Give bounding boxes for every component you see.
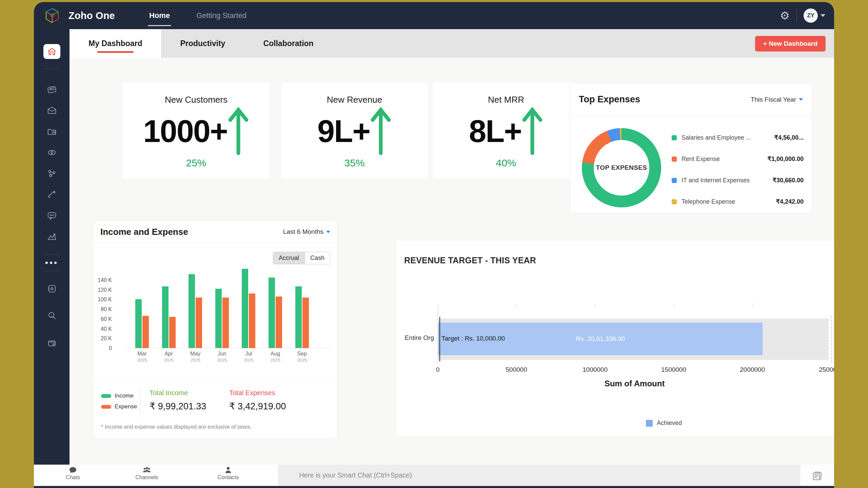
nav-home[interactable]: Home — [149, 11, 170, 20]
top-expenses-legend: Salaries and Employee ... ₹4,56,00... Re… — [672, 133, 804, 218]
x-tick: 2000000 — [740, 366, 765, 373]
tab-my-dashboard[interactable]: My Dashboard — [70, 29, 161, 58]
mail-icon — [47, 105, 57, 116]
legend-swatch — [672, 199, 677, 204]
contacts-tab[interactable]: Contacts — [208, 467, 249, 481]
axis-tick — [595, 303, 595, 308]
up-arrow-icon — [228, 106, 249, 157]
income-bar — [242, 269, 248, 348]
sidebar-item-home[interactable] — [43, 44, 60, 59]
fiscal-year-label: This Fiscal Year — [751, 96, 796, 103]
sidebar-item-billing[interactable] — [47, 84, 57, 95]
y-tick: 120 K — [98, 287, 112, 293]
y-tick: 40 K — [101, 326, 112, 332]
expense-bar — [142, 316, 149, 348]
top-expenses-legend-row: Rent Expense ₹1,00,000.00 — [672, 154, 804, 164]
y-tick: 140 K — [98, 277, 112, 283]
target-label: Target : Rs. 10,000.00 — [441, 335, 505, 342]
smart-chat-input[interactable]: Here is your Smart Chat (Ctrl+Space) — [278, 465, 800, 486]
top-expenses-card: Top Expenses This Fiscal Year TOP EXPENS… — [570, 83, 812, 214]
revenue-target-category: Entire Org — [400, 334, 434, 342]
network-icon — [47, 168, 57, 179]
fiscal-year-dropdown[interactable]: This Fiscal Year — [751, 96, 803, 103]
total-expenses: Total Expenses ₹ 3,42,919.00 — [229, 389, 286, 412]
legend-expense: Expense — [101, 403, 137, 410]
achieved-swatch — [646, 420, 653, 427]
smart-chat-bar: Chats Channels Contacts Here is your Sma… — [34, 465, 834, 486]
income-bar — [162, 286, 169, 348]
month-label: Jul2025 — [244, 351, 254, 363]
tab-productivity-label: Productivity — [180, 39, 225, 48]
wallet-icon — [47, 338, 57, 348]
sidebar: ••• — [34, 29, 70, 465]
clipboard-icon — [811, 470, 823, 481]
income-bar — [135, 299, 142, 348]
home-icon — [47, 47, 57, 56]
zoho-one-logo-icon[interactable] — [44, 7, 60, 24]
bar-group — [269, 278, 282, 348]
accrual-cash-toggle: Accrual Cash — [273, 252, 330, 264]
month-label: Aug2025 — [271, 351, 280, 363]
avatar[interactable]: ZY — [804, 8, 818, 23]
expense-bar — [302, 298, 309, 348]
y-tick: 0 — [109, 345, 112, 351]
kpi-card-net-mrr: Net MRR 8L+ 40% — [432, 81, 580, 180]
app-title: Zoho One — [68, 10, 115, 21]
chevron-down-icon — [326, 231, 330, 233]
x-tick: 500000 — [506, 366, 527, 373]
tab-collaboration[interactable]: Collaboration — [244, 29, 332, 58]
channels-tab[interactable]: Channels — [126, 467, 167, 481]
income-swatch — [101, 394, 111, 398]
sidebar-item-reports[interactable] — [47, 126, 57, 137]
sidebar-more-button[interactable]: ••• — [45, 261, 58, 264]
workflow-icon — [47, 189, 57, 200]
sidebar-item-chat[interactable] — [47, 210, 57, 221]
income-bar — [189, 274, 195, 348]
top-bar: Zoho One Home Getting Started ⚙ ZY — [34, 2, 834, 29]
month-label: Sep2025 — [297, 351, 307, 363]
income-bar — [215, 289, 222, 348]
sidebar-item-search[interactable] — [47, 311, 57, 321]
sidebar-item-network[interactable] — [47, 168, 57, 179]
revenue-target-plot: Rs. 20,61,336.00 — [438, 303, 831, 363]
donut-center: TOP EXPENSES — [594, 140, 649, 196]
window-bottom-strip — [34, 486, 834, 488]
toggle-cash[interactable]: Cash — [305, 252, 330, 264]
income-expense-plot — [124, 266, 331, 348]
sidebar-item-links[interactable] — [47, 147, 57, 158]
y-tick: 80 K — [101, 306, 112, 312]
top-expenses-legend-row: IT and Internet Expenses ₹30,660.00 — [672, 176, 804, 185]
income-expense-footer: Income Expense Total Income ₹ 9,99,201.3… — [94, 383, 337, 383]
tab-my-dashboard-label: My Dashboard — [88, 39, 142, 48]
legend-income: Income — [101, 392, 137, 399]
bar-group — [162, 286, 176, 348]
nav-getting-started[interactable]: Getting Started — [196, 11, 246, 20]
sidebar-item-workflow[interactable] — [47, 189, 57, 200]
app-window: Zoho One Home Getting Started ⚙ ZY My Da… — [34, 2, 834, 488]
top-expenses-legend-row: Telephone Expense ₹4,242.00 — [672, 197, 804, 206]
tab-productivity[interactable]: Productivity — [161, 29, 244, 58]
chat-clipboard-button[interactable] — [800, 465, 834, 486]
settings-gear-icon[interactable]: ⚙ — [780, 10, 790, 21]
sidebar-divider — [44, 69, 59, 69]
y-tick: 60 K — [101, 316, 112, 322]
total-income-label: Total Income — [150, 389, 206, 397]
expense-bar — [249, 293, 255, 348]
dashboard-tab-bar: My Dashboard Productivity Collaboration … — [70, 29, 834, 58]
income-bar — [269, 278, 275, 348]
sidebar-item-mail[interactable] — [47, 105, 57, 116]
total-expenses-value: ₹ 3,42,919.00 — [229, 401, 286, 412]
sidebar-item-analytics[interactable] — [47, 231, 57, 242]
active-tab-underline — [97, 51, 134, 53]
kpi-title: New Customers — [165, 95, 228, 105]
period-dropdown[interactable]: Last 6 Months — [283, 228, 330, 236]
new-dashboard-button[interactable]: + New Dashboard — [755, 36, 826, 52]
toggle-accrual[interactable]: Accrual — [273, 252, 305, 264]
kpi-title: Net MRR — [488, 95, 524, 105]
chats-tab[interactable]: Chats — [53, 467, 93, 481]
sidebar-item-directory[interactable] — [47, 284, 57, 294]
x-tick: 1000000 — [583, 366, 608, 373]
x-axis-title: Sum of Amount — [438, 379, 831, 388]
user-menu[interactable]: ZY — [804, 8, 825, 23]
sidebar-item-wallet[interactable] — [47, 338, 57, 348]
